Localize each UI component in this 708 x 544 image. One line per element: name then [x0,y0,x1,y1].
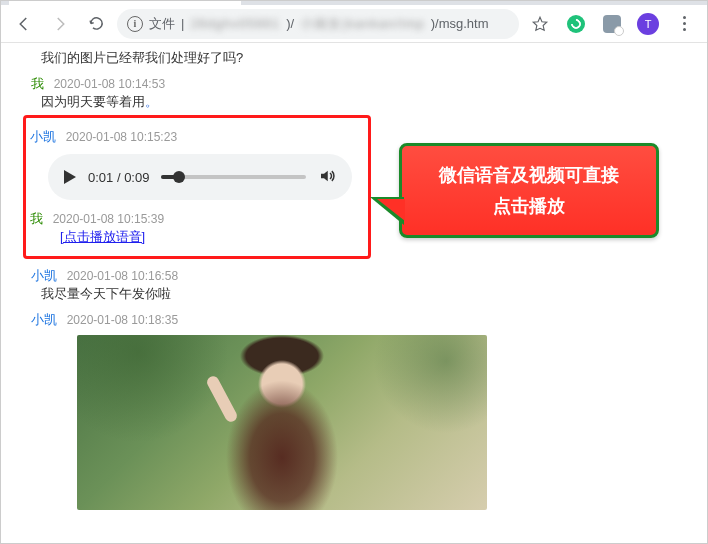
message-header: 我 2020-01-08 10:14:53 [31,75,691,93]
tab-strip: 微信聊天记录-楼月微信聊天记录 [1,0,707,5]
message-header: 小凯 2020-01-08 10:18:35 [31,311,691,329]
page-content: 我们的图片已经帮我们处理好了吗? 我 2020-01-08 10:14:53 因… [1,43,707,511]
sender-name: 我 [30,211,43,226]
profile-avatar[interactable]: T [633,9,663,39]
address-bar[interactable]: i 文件 | 28dghv05881 )/ 小闺女(kankan/tmp )/m… [117,9,519,39]
audio-player[interactable]: 0:01 / 0:09 [48,154,352,200]
message-timestamp: 2020-01-08 10:18:35 [67,313,178,327]
message-timestamp: 2020-01-08 10:15:23 [66,130,177,144]
message-text: 因为明天要等着用。 [31,93,691,111]
browser-tab-active[interactable]: 微信聊天记录-楼月微信聊天记录 [9,0,241,5]
message-header: 小凯 2020-01-08 10:15:23 [30,128,360,146]
message-text: 我尽量今天下午发你啦 [31,285,691,303]
message-timestamp: 2020-01-08 10:14:53 [54,77,165,91]
browser-toolbar: i 文件 | 28dghv05881 )/ 小闺女(kankan/tmp )/m… [1,5,707,43]
sender-name: 小凯 [31,312,57,327]
url-blur-segment: 小闺女(kankan/tmp [300,15,425,33]
play-icon[interactable] [64,170,76,184]
extension-green-icon[interactable] [561,9,591,39]
maximize-button[interactable] [615,0,659,3]
extension-gray-icon[interactable] [597,9,627,39]
bookmark-star-button[interactable] [525,9,555,39]
message-header: 我 2020-01-08 10:15:39 [30,210,360,228]
browser-menu-button[interactable] [669,9,699,39]
url-blur-segment: 28dghv05881 [190,16,280,31]
message-header: 小凯 2020-01-08 10:16:58 [31,267,691,285]
site-info-icon[interactable]: i [127,16,143,32]
annotation-callout: 微信语音及视频可直接 点击播放 [399,143,659,238]
window-controls [567,0,707,5]
sender-name: 小凯 [31,268,57,283]
sender-name: 我 [31,76,44,91]
forward-button[interactable] [45,9,75,39]
url-suffix: )/msg.htm [431,16,489,31]
audio-seek-track[interactable] [161,175,306,179]
url-scheme-label: 文件 [149,15,175,33]
new-tab-button[interactable] [245,0,273,5]
play-voice-link[interactable]: [点击播放语音] [30,228,360,246]
highlight-box: 小凯 2020-01-08 10:15:23 0:01 / 0:09 我 202… [23,115,371,259]
image-attachment[interactable] [77,335,487,510]
message-timestamp: 2020-01-08 10:15:39 [53,212,164,226]
callout-line: 点击播放 [412,191,646,222]
close-window-button[interactable] [659,0,703,3]
callout-line: 微信语音及视频可直接 [412,160,646,191]
audio-time: 0:01 / 0:09 [88,170,149,185]
volume-icon[interactable] [318,167,336,188]
reload-button[interactable] [81,9,111,39]
back-button[interactable] [9,9,39,39]
message-timestamp: 2020-01-08 10:16:58 [67,269,178,283]
sender-name: 小凯 [30,129,56,144]
minimize-button[interactable] [571,0,615,3]
message-text: 我们的图片已经帮我们处理好了吗? [31,49,691,67]
